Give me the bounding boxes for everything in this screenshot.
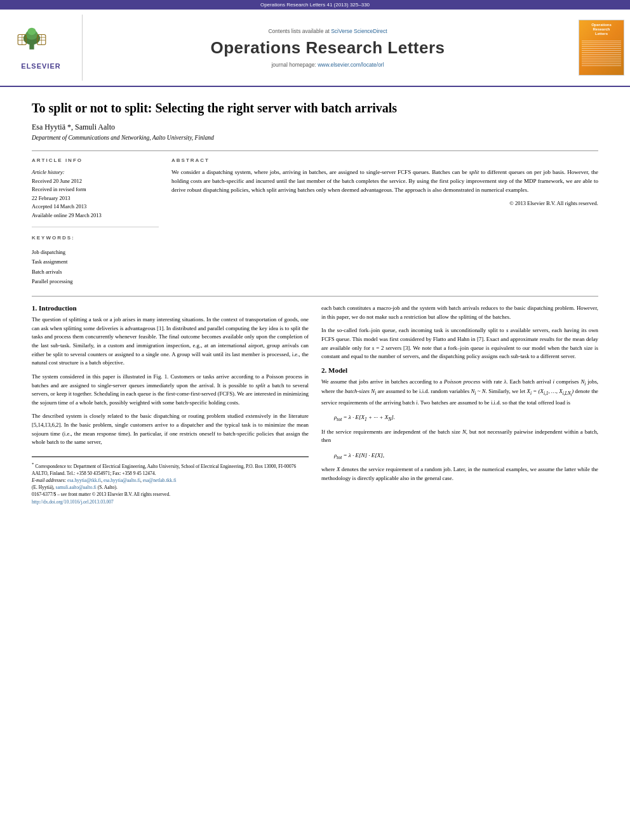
cover-title: OperationsResearchLetters xyxy=(591,23,612,37)
right-column: Abstract We consider a dispatching syste… xyxy=(171,157,598,286)
article-info-label: ARTICLE INFO xyxy=(32,157,159,163)
journal-center-info: Contents lists available at SciVerse Sci… xyxy=(83,15,573,81)
revised-label: Received in revised form xyxy=(32,185,159,194)
keyword-2: Task assignment xyxy=(32,257,159,267)
sciverse-line: Contents lists available at SciVerse Sci… xyxy=(268,28,387,34)
received-date: Received 20 June 2012 xyxy=(32,177,159,186)
footnote-email: E-mail addresses: esa.hyytia@tkk.fi, esa… xyxy=(32,477,309,491)
history-label: Article history: xyxy=(32,168,159,177)
svg-point-3 xyxy=(27,28,36,36)
cover-decoration xyxy=(582,41,621,67)
keywords-section: Keywords: Job dispatching Task assignmen… xyxy=(32,234,159,287)
cover-image: OperationsResearchLetters xyxy=(579,20,624,76)
footnote-divider: * Correspondence to: Department of Elect… xyxy=(32,457,309,505)
model-para1: We assume that jobs arrive in batches ac… xyxy=(321,378,598,407)
footnote-issn: 0167-6377/$ – see front matter © 2013 El… xyxy=(32,491,309,498)
model-para3: where X denotes the service requirement … xyxy=(321,465,598,483)
homepage-prefix: journal homepage: xyxy=(271,62,318,68)
doi-link[interactable]: http://dx.doi.org/10.1016/j.orl.2013.03.… xyxy=(32,499,114,505)
elsevier-logo: ELSEVIER xyxy=(0,15,83,81)
abstract-label: Abstract xyxy=(171,157,598,163)
article-info-abstract: ARTICLE INFO Article history: Received 2… xyxy=(32,150,598,286)
abstract-text: We consider a dispatching system, where … xyxy=(171,168,598,195)
homepage-link[interactable]: www.elsevier.com/locate/orl xyxy=(318,62,384,68)
revised-date: 22 February 2013 xyxy=(32,194,159,203)
journal-citation-bar: Operations Research Letters 41 (2013) 32… xyxy=(0,0,630,10)
intro-heading: 1. Introduction xyxy=(32,304,309,312)
email-link-4[interactable]: samuli.aalto@aalto.fi xyxy=(56,484,97,490)
email-link-2[interactable]: esa.hyytia@aalto.fi xyxy=(104,477,140,483)
accepted-date: Accepted 14 March 2013 xyxy=(32,203,159,211)
body-left-column: 1. Introduction The question of splittin… xyxy=(32,304,309,505)
available-date: Available online 29 March 2013 xyxy=(32,211,159,220)
intro-para2: The system considered in this paper is i… xyxy=(32,373,309,408)
intro-para3: The described system is closely related … xyxy=(32,412,309,447)
intro-right-para2: In the so-called fork–join queue, each i… xyxy=(321,326,598,361)
affiliation: Department of Communications and Network… xyxy=(32,135,598,141)
sciverse-prefix: Contents lists available at xyxy=(268,28,331,34)
article-title: To split or not to split: Selecting the … xyxy=(32,100,598,116)
main-content: To split or not to split: Selecting the … xyxy=(0,87,630,518)
keyword-3: Batch arrivals xyxy=(32,267,159,277)
journal-title: Operations Research Letters xyxy=(211,38,445,58)
email-link-1[interactable]: esa.hyytia@tkk.fi xyxy=(67,477,101,483)
authors: Esa Hyytiä *, Samuli Aalto xyxy=(32,123,598,132)
keywords-label: Keywords: xyxy=(32,234,159,243)
journal-header: ELSEVIER Contents lists available at Sci… xyxy=(0,10,630,87)
footnote-star: * Correspondence to: Department of Elect… xyxy=(32,461,309,477)
footnote-doi: http://dx.doi.org/10.1016/j.orl.2013.03.… xyxy=(32,498,309,505)
formula1: ρtot = λ · E[X1 + ··· + XN]. xyxy=(334,412,586,423)
email-link-3[interactable]: esa@netlab.tkk.fi xyxy=(143,477,177,483)
model-heading: 2. Model xyxy=(321,366,598,374)
intro-para1: The question of splitting a task or a jo… xyxy=(32,316,309,368)
left-column: ARTICLE INFO Article history: Received 2… xyxy=(32,157,159,286)
keyword-4: Parallel processing xyxy=(32,277,159,286)
citation-text: Operations Research Letters 41 (2013) 32… xyxy=(260,2,370,8)
copyright: © 2013 Elsevier B.V. All rights reserved… xyxy=(171,200,598,206)
homepage-line: journal homepage: www.elsevier.com/locat… xyxy=(271,62,384,68)
elsevier-brand-text: ELSEVIER xyxy=(21,62,60,70)
intro-right-para1: each batch constitutes a macro-job and t… xyxy=(321,304,598,321)
body-content: 1. Introduction The question of splittin… xyxy=(32,296,598,505)
elsevier-logo-image xyxy=(13,25,70,60)
keyword-1: Job dispatching xyxy=(32,248,159,257)
sciverse-link[interactable]: SciVerse ScienceDirect xyxy=(331,28,387,34)
body-right-column: each batch constitutes a macro-job and t… xyxy=(321,304,598,505)
journal-cover: OperationsResearchLetters xyxy=(573,15,630,81)
article-history: Article history: Received 20 June 2012 R… xyxy=(32,168,159,227)
formula2: ρtot = λ · E[N] · E[X], xyxy=(334,450,586,462)
model-para2: If the service requirements are independ… xyxy=(321,428,598,445)
